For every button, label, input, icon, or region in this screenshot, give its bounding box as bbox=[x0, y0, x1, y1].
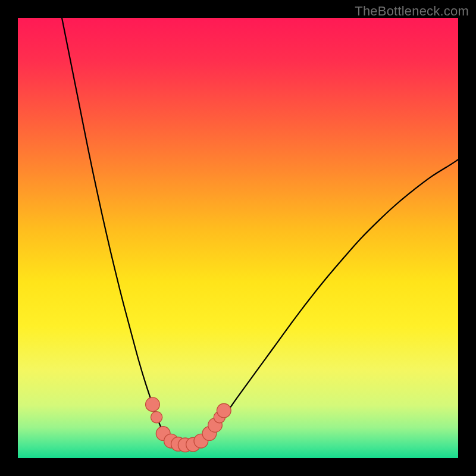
watermark-text: TheBottleneck.com bbox=[355, 4, 469, 19]
data-marker bbox=[146, 397, 160, 412]
data-marker bbox=[151, 412, 162, 423]
data-marker bbox=[217, 403, 231, 418]
bottleneck-chart bbox=[18, 18, 458, 458]
chart-background bbox=[18, 18, 458, 458]
chart-frame: { "watermark": "TheBottleneck.com", "col… bbox=[0, 0, 476, 476]
